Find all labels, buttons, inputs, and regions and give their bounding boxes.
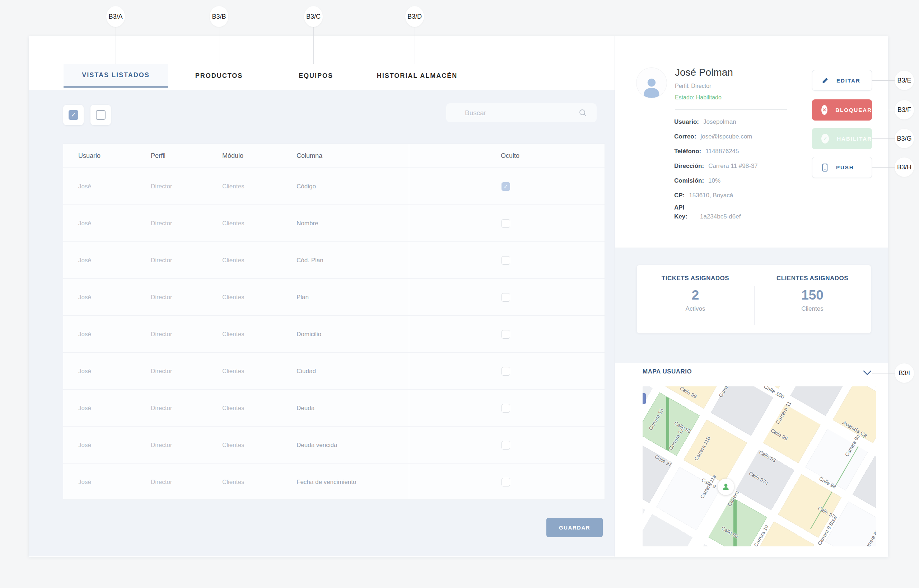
annotation-callout: B3/H: [872, 157, 915, 177]
cell-columna: Deuda: [296, 389, 314, 426]
oculto-checkbox[interactable]: ✓: [502, 330, 510, 339]
street-label: Carrera 11B: [693, 435, 712, 461]
callout-leader-line: [116, 27, 116, 64]
oculto-checkbox[interactable]: ✓: [502, 293, 510, 302]
profile-field: API Key: 1a234bc5-d6ef: [674, 204, 825, 224]
profile-fields: Usuario: Josepolman Correo: jose@ispcube…: [674, 115, 825, 224]
select-all-toggle[interactable]: ✓: [63, 105, 84, 125]
stat-title: CLIENTES ASIGNADOS: [777, 275, 848, 282]
cell-modulo: Clientes: [222, 389, 244, 426]
tab[interactable]: VISTAS LISTADOS: [63, 64, 168, 87]
cell-columna: Ciudad: [296, 353, 316, 389]
field-label: Usuario:: [674, 118, 699, 127]
street-label: Carrera 8a: [863, 528, 876, 546]
street-label: Carrera 9 Bis: [816, 518, 836, 546]
push-button-label: PUSH: [836, 164, 854, 170]
cell-modulo: Clientes: [222, 426, 244, 464]
stat-value: 150: [801, 288, 824, 303]
cell-modulo: Clientes: [222, 205, 244, 242]
map-control[interactable]: [642, 393, 646, 404]
street-label: Calle 96: [720, 525, 739, 540]
oculto-checkbox[interactable]: ✓: [502, 367, 510, 376]
profile-divider: [675, 110, 787, 110]
tab[interactable]: EQUIPOS: [286, 64, 345, 87]
search-box: [446, 103, 597, 122]
callout-leader-line: [872, 80, 895, 81]
block-button-label: BLOQUEAR: [835, 107, 872, 113]
tab[interactable]: PRODUCTOS: [187, 64, 251, 87]
table-row: José Director Clientes Nombre ✓: [63, 205, 605, 242]
stat-label: Activos: [686, 305, 705, 312]
field-label: API Key:: [674, 204, 694, 221]
annotation-callout: B3/A: [106, 6, 125, 27]
enable-button[interactable]: ✓ HABILITAR: [812, 128, 872, 149]
oculto-checkbox[interactable]: ✓: [502, 219, 510, 228]
annotation-callout: B3/E: [872, 71, 915, 90]
save-button[interactable]: GUARDAR: [546, 518, 603, 537]
user-map[interactable]: Calle 99CarreraCalle 100Carrera 11Avenid…: [642, 386, 876, 546]
stat-cell: TICKETS ASIGNADOS 2 Activos: [637, 265, 754, 333]
street-label: Carrera 9a: [844, 434, 861, 457]
avatar: [636, 68, 667, 98]
oculto-checkbox[interactable]: ✓: [502, 441, 510, 449]
field-label: Teléfono:: [674, 147, 701, 156]
stat-value: 2: [692, 288, 699, 303]
map-tiles: Calle 99CarreraCalle 100Carrera 11Avenid…: [642, 386, 876, 546]
columns-table: Usuario Perfil Módulo Columna Oculto Jos…: [63, 144, 605, 500]
callout-leader-line: [872, 167, 895, 168]
table-body: José Director Clientes Código ✓ José Dir…: [63, 168, 605, 501]
oculto-checkbox[interactable]: ✓: [502, 256, 510, 265]
cell-usuario: José: [78, 426, 91, 464]
map-street-labels: Calle 99CarreraCalle 100Carrera 11Avenid…: [642, 386, 876, 546]
screen: VISTAS LISTADOSPRODUCTOSEQUIPOSHISTORIAL…: [0, 0, 919, 588]
cell-modulo: Clientes: [222, 279, 244, 316]
oculto-checkbox[interactable]: ✓: [502, 478, 510, 486]
map-section-title: MAPA USUARIO: [642, 364, 692, 380]
profile-field: Usuario: Josepolman: [674, 115, 825, 130]
cell-usuario: José: [78, 168, 91, 205]
search-input[interactable]: [446, 103, 597, 122]
profile-name: José Polman: [675, 67, 733, 78]
tab[interactable]: HISTORIAL ALMACÉN: [371, 64, 464, 87]
header-columna: Columna: [296, 144, 322, 168]
stat-title: TICKETS ASIGNADOS: [662, 275, 729, 282]
cell-perfil: Director: [151, 353, 172, 389]
oculto-checkbox[interactable]: ✓: [502, 404, 510, 413]
cell-perfil: Director: [151, 242, 172, 279]
cell-columna: Deuda vencida: [296, 426, 337, 464]
profile-field: Teléfono: 1148876245: [674, 145, 825, 159]
chevron-down-icon[interactable]: [863, 370, 872, 376]
cell-modulo: Clientes: [222, 168, 244, 205]
street-label: Carrera 11: [774, 400, 792, 425]
street-label: Calle 98: [758, 449, 777, 464]
callout-leader-line: [872, 139, 895, 139]
street-label: Calle 97: [654, 454, 673, 468]
cell-usuario: José: [78, 279, 91, 316]
edit-button[interactable]: EDITAR: [812, 70, 872, 91]
table-header: Usuario Perfil Módulo Columna Oculto: [63, 144, 605, 168]
cell-usuario: José: [78, 205, 91, 242]
push-button[interactable]: PUSH: [812, 157, 872, 178]
cell-perfil: Director: [151, 316, 172, 353]
profile-role: Perfil: Director: [675, 83, 711, 89]
cell-columna: Domicilio: [296, 316, 321, 353]
cell-columna: Código: [296, 168, 316, 205]
cell-usuario: José: [78, 316, 91, 353]
table-row: José Director Clientes Domicilio ✓: [63, 316, 605, 353]
profile-field: Comisión: 10%: [674, 174, 825, 189]
cell-usuario: José: [78, 242, 91, 279]
annotation-callout: B3/F: [872, 100, 915, 120]
smartphone-icon: [822, 163, 828, 172]
select-none-toggle[interactable]: [91, 105, 111, 125]
user-location-marker[interactable]: [718, 478, 734, 495]
block-button[interactable]: ✕ BLOQUEAR: [812, 99, 872, 121]
field-label: CP:: [674, 191, 684, 200]
oculto-checkbox[interactable]: ✓: [502, 182, 510, 191]
cell-modulo: Clientes: [222, 242, 244, 279]
street-label: Carrera 10: [753, 524, 770, 546]
table-row: José Director Clientes Fecha de vencimie…: [63, 464, 605, 501]
field-value: 1148876245: [705, 147, 739, 156]
field-label: Comisión:: [674, 176, 704, 186]
field-value: Josepolman: [703, 118, 736, 127]
field-value: 10%: [708, 176, 720, 186]
